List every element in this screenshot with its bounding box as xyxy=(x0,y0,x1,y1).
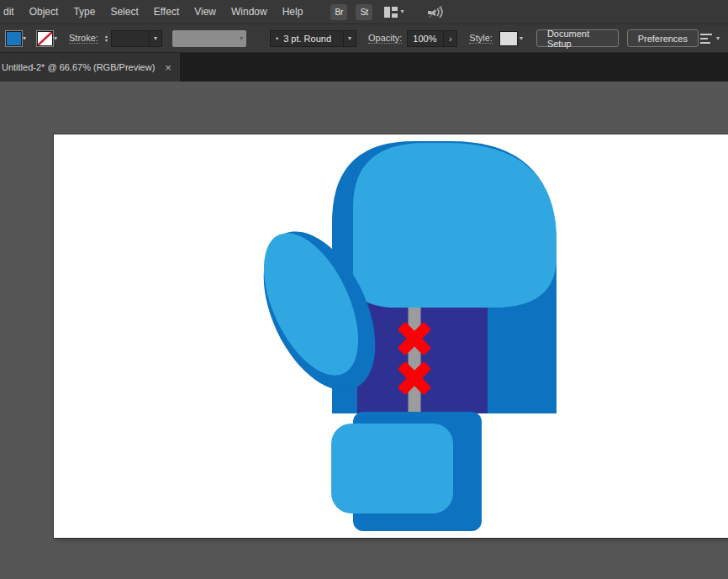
chevron-down-icon[interactable]: ▾ xyxy=(348,35,351,42)
stroke-weight-value[interactable] xyxy=(111,30,150,47)
bridge-button[interactable]: Br xyxy=(330,4,347,20)
chevron-down-icon: ▾ xyxy=(400,8,404,15)
fill-color-control[interactable]: ▾ xyxy=(7,32,26,45)
cuff-front-shape[interactable] xyxy=(331,424,453,513)
stroke-weight-stepper[interactable]: ▴ ▾ xyxy=(105,34,108,43)
style-dropdown[interactable]: ▾ xyxy=(493,31,523,46)
document-tab-title: Untitled-2* @ 66.67% (RGB/Preview) xyxy=(2,62,155,72)
brush-name: 3 pt. Round xyxy=(283,34,331,44)
menu-help[interactable]: Help xyxy=(275,6,311,18)
variable-width-dropdown-disabled: ▾ xyxy=(172,30,246,47)
workspace-switcher[interactable]: ▾ xyxy=(384,7,404,18)
stroke-none-swatch[interactable] xyxy=(38,32,52,45)
stroke-weight-dropdown[interactable]: ▾ xyxy=(111,30,162,47)
stroke-label[interactable]: Stroke: xyxy=(69,33,98,44)
brush-definition-dropdown[interactable]: • 3 pt. Round ▾ xyxy=(258,30,356,47)
artboard[interactable] xyxy=(54,134,728,538)
stroke-color-control[interactable]: ▾ xyxy=(38,32,57,45)
arrange-documents-icon xyxy=(384,7,398,18)
style-swatch[interactable] xyxy=(499,31,518,46)
tab-close-icon[interactable]: × xyxy=(165,61,171,74)
menu-type[interactable]: Type xyxy=(66,6,103,18)
stepper-down-icon[interactable]: ▾ xyxy=(105,39,108,43)
chevron-down-icon: ▾ xyxy=(240,35,243,42)
stock-button[interactable]: St xyxy=(356,4,372,20)
chevron-down-icon[interactable]: ▾ xyxy=(520,35,523,42)
menu-edit[interactable]: dit xyxy=(2,6,22,18)
canvas-area[interactable] xyxy=(0,82,728,579)
menu-select[interactable]: Select xyxy=(103,6,145,18)
chevron-down-icon[interactable]: ▾ xyxy=(154,35,157,42)
lace-strip-shape[interactable] xyxy=(409,296,421,413)
style-label[interactable]: Style: xyxy=(469,33,493,44)
menu-effect[interactable]: Effect xyxy=(146,6,187,18)
fill-swatch[interactable] xyxy=(7,32,21,45)
glove-head-shape[interactable] xyxy=(353,143,557,308)
preferences-button[interactable]: Preferences xyxy=(627,29,699,47)
chevron-down-icon: ▾ xyxy=(716,35,720,42)
opacity-more-button[interactable]: › xyxy=(444,30,457,47)
document-tab[interactable]: Untitled-2* @ 66.67% (RGB/Preview) × xyxy=(0,53,180,82)
document-tab-bar: Untitled-2* @ 66.67% (RGB/Preview) × xyxy=(0,53,728,82)
control-bar: ▾ ▾ Stroke: ▴ ▾ ▾ ▾ • 3 pt. Round ▾ xyxy=(0,24,728,53)
illustrator-window: dit Object Type Select Effect View Windo… xyxy=(0,0,728,579)
chevron-down-icon[interactable]: ▾ xyxy=(23,35,26,42)
menu-bar: dit Object Type Select Effect View Windo… xyxy=(0,0,728,24)
document-setup-button[interactable]: Document Setup xyxy=(536,29,619,47)
opacity-control[interactable]: 100% › xyxy=(407,30,457,47)
menu-object[interactable]: Object xyxy=(22,6,66,18)
opacity-label[interactable]: Opacity: xyxy=(368,33,402,44)
menu-view[interactable]: View xyxy=(187,6,224,18)
opacity-value[interactable]: 100% xyxy=(407,30,444,47)
brush-dot-icon: • xyxy=(276,34,278,43)
align-icon xyxy=(699,33,714,45)
share-icon[interactable] xyxy=(427,5,446,18)
menu-window[interactable]: Window xyxy=(224,6,275,18)
align-options[interactable]: ▾ xyxy=(699,33,721,45)
chevron-down-icon[interactable]: ▾ xyxy=(54,35,57,42)
boxing-glove-artwork[interactable] xyxy=(54,134,728,538)
